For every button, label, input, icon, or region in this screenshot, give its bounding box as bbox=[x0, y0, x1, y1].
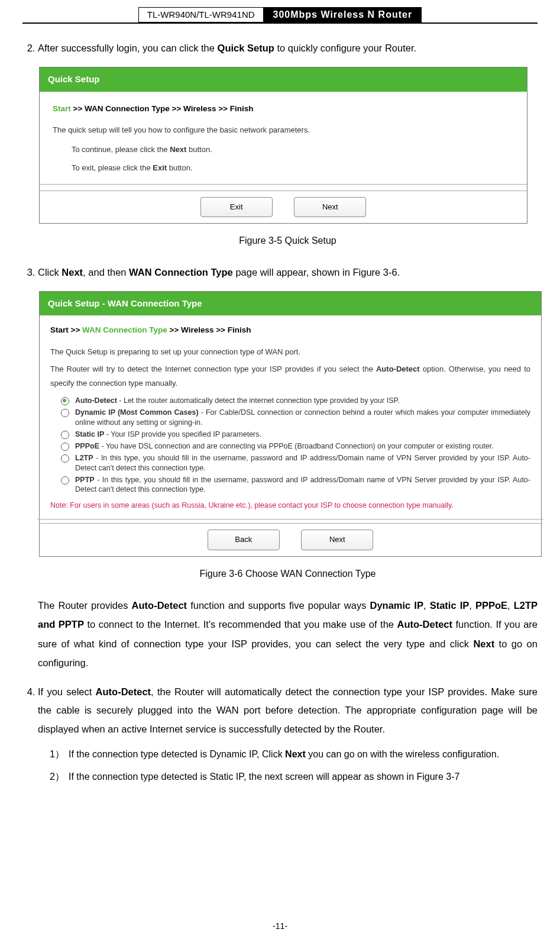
fig35-l3b: Exit bbox=[153, 163, 167, 172]
i1c: you can go on with the wireless configur… bbox=[306, 749, 499, 759]
next-button[interactable]: Next bbox=[294, 197, 366, 218]
page-number: -11- bbox=[0, 921, 560, 931]
pa5: , bbox=[507, 600, 514, 611]
pa-b4: PPPoE bbox=[475, 600, 507, 611]
fig35-line2: To continue, please click the Next butto… bbox=[72, 143, 514, 157]
s3b: Next bbox=[61, 267, 83, 277]
fig35-line1: The quick setup will tell you how to con… bbox=[53, 123, 514, 138]
i1b: Next bbox=[285, 749, 306, 759]
fig35-caption: Figure 3-5 Quick Setup bbox=[38, 232, 538, 250]
o1b: Auto-Detect bbox=[75, 396, 117, 405]
step-4: If you select Auto-Detect, the Router wi… bbox=[38, 683, 538, 785]
o5t: - In this type, you should fill in the u… bbox=[75, 454, 530, 472]
o5b: L2TP bbox=[75, 454, 93, 462]
pa2: function and supports five popular ways bbox=[187, 600, 370, 611]
product-label: 300Mbps Wireless N Router bbox=[264, 7, 422, 22]
o3b: Static IP bbox=[75, 430, 104, 438]
s4a: If you select bbox=[38, 686, 96, 697]
next-button[interactable]: Next bbox=[301, 530, 373, 550]
n1: 1） bbox=[50, 747, 64, 762]
o3t: - Your ISP provide you specified IP para… bbox=[104, 430, 261, 438]
fig35-l2b: Next bbox=[170, 145, 186, 154]
p2a: The Router will try to detect the Intern… bbox=[50, 364, 376, 373]
step-2: After successfully login, you can click … bbox=[38, 39, 538, 250]
o6t: - In this type, you should fill in the u… bbox=[75, 476, 530, 493]
c36a: Start >> bbox=[50, 325, 82, 334]
o6b: PPTP bbox=[75, 476, 95, 484]
o4t: - You have DSL connection and are connec… bbox=[99, 442, 494, 450]
fig35-l3a: To exit, please click the bbox=[72, 163, 153, 172]
i2: If the connection type detected is Stati… bbox=[69, 772, 459, 782]
figure-3-6: Quick Setup - WAN Connection Type Start … bbox=[39, 291, 542, 557]
fig35-titlebar: Quick Setup bbox=[40, 67, 527, 92]
pa4: , bbox=[469, 600, 475, 611]
s3d: WAN Connection Type bbox=[129, 267, 233, 277]
i1a: If the connection type detected is Dynam… bbox=[69, 749, 285, 759]
step2-text-b: to quickly configure your Router. bbox=[274, 43, 416, 53]
radio-icon bbox=[61, 443, 69, 451]
fig36-p2: The Router will try to detect the Intern… bbox=[50, 362, 530, 391]
radio-icon bbox=[61, 476, 69, 485]
crumb-rest: >> WAN Connection Type >> Wireless >> Fi… bbox=[71, 104, 254, 113]
radio-icon bbox=[61, 397, 69, 405]
crumb-start: Start bbox=[53, 104, 71, 113]
pa-b1: Auto-Detect bbox=[132, 600, 187, 611]
para-after-fig36: The Router provides Auto-Detect function… bbox=[38, 596, 538, 672]
fig35-l3c: button. bbox=[167, 163, 192, 172]
fig36-caption: Figure 3-6 Choose WAN Connection Type bbox=[38, 565, 538, 583]
pa-b7: Next bbox=[473, 638, 494, 649]
figure-3-5: Quick Setup Start >> WAN Connection Type… bbox=[39, 67, 527, 224]
radio-icon bbox=[61, 409, 69, 417]
radio-icon bbox=[61, 454, 69, 463]
c36c: >> Wireless >> Finish bbox=[167, 325, 251, 334]
pa1: The Router provides bbox=[38, 600, 132, 611]
inner-1: 1） If the connection type detected is Dy… bbox=[50, 747, 538, 762]
exit-button[interactable]: Exit bbox=[200, 197, 273, 218]
fig35-line3: To exit, please click the Exit button. bbox=[72, 161, 514, 176]
radio-dynamic-ip[interactable]: Dynamic IP (Most Common Cases) - For Cab… bbox=[61, 408, 530, 427]
s3e: page will appear, shown in Figure 3-6. bbox=[233, 267, 400, 277]
step2-bold: Quick Setup bbox=[218, 43, 274, 53]
step-3: Click Next, and then WAN Connection Type… bbox=[38, 263, 538, 672]
pa-b6: Auto-Detect bbox=[397, 619, 453, 630]
fig35-l2a: To continue, please click the bbox=[72, 145, 170, 154]
c36b: WAN Connection Type bbox=[82, 325, 167, 334]
s4b: Auto-Detect bbox=[96, 686, 151, 697]
fig36-note: Note: For users in some areas (such as R… bbox=[50, 499, 530, 513]
back-button[interactable]: Back bbox=[208, 530, 280, 550]
fig36-breadcrumb: Start >> WAN Connection Type >> Wireless… bbox=[50, 322, 530, 338]
o2b: Dynamic IP (Most Common Cases) bbox=[75, 408, 199, 417]
pa-b3: Static IP bbox=[430, 600, 470, 611]
page-header: TL-WR940N/TL-WR941ND 300Mbps Wireless N … bbox=[22, 0, 538, 24]
fig36-titlebar: Quick Setup - WAN Connection Type bbox=[40, 292, 541, 316]
radio-pptp[interactable]: PPTP - In this type, you should fill in … bbox=[61, 475, 530, 495]
radio-static-ip[interactable]: Static IP - Your ISP provide you specifi… bbox=[61, 430, 530, 439]
radio-icon bbox=[61, 431, 69, 439]
step2-text-a: After successfully login, you can click … bbox=[38, 43, 218, 53]
radio-l2tp[interactable]: L2TP - In this type, you should fill in … bbox=[61, 453, 530, 473]
model-label: TL-WR940N/TL-WR941ND bbox=[138, 7, 264, 22]
radio-pppoe[interactable]: PPPoE - You have DSL connection and are … bbox=[61, 441, 530, 451]
p2b: Auto-Detect bbox=[376, 364, 420, 373]
pa6: to connect to the Internet. It's recomme… bbox=[84, 619, 397, 630]
pa-b2: Dynamic IP bbox=[370, 600, 423, 611]
s3a: Click bbox=[38, 267, 61, 277]
fig35-l2c: button. bbox=[186, 145, 212, 154]
fig36-p1: The Quick Setup is preparing to set up y… bbox=[50, 345, 530, 360]
radio-auto-detect[interactable]: Auto-Detect - Let the router automatical… bbox=[61, 396, 530, 405]
inner-2: 2） If the connection type detected is St… bbox=[50, 769, 538, 785]
o1t: - Let the router automatically detect th… bbox=[117, 396, 400, 405]
s3c: , and then bbox=[83, 267, 129, 277]
fig35-breadcrumb: Start >> WAN Connection Type >> Wireless… bbox=[53, 101, 514, 117]
fig35-footer: Exit Next bbox=[40, 191, 527, 224]
n2: 2） bbox=[50, 769, 64, 785]
pa3: , bbox=[423, 600, 430, 611]
fig36-footer: Back Next bbox=[40, 523, 541, 556]
o4b: PPPoE bbox=[75, 442, 99, 450]
